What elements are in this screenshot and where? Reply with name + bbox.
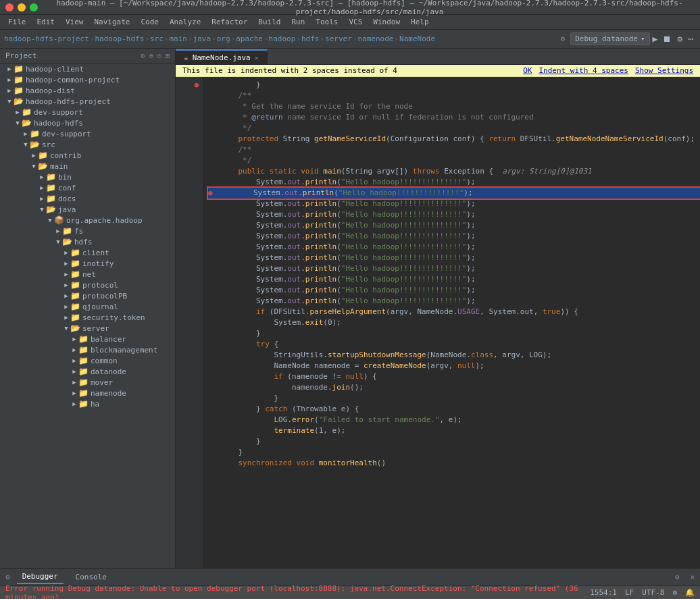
code-line: System.out.println("Hello hadoop!!!!!!!!… bbox=[208, 285, 700, 296]
menu-build[interactable]: Build bbox=[253, 16, 286, 28]
debug-marker-icon: ⚙ bbox=[561, 34, 566, 43]
debug-run-btn[interactable]: ▶ bbox=[650, 32, 661, 45]
menu-run[interactable]: Run bbox=[286, 16, 310, 28]
tree-item-java[interactable]: ▼ 📂 java bbox=[0, 204, 175, 215]
tree-item-hadoop-hdfs[interactable]: ▼ 📂 hadoop-hdfs bbox=[0, 118, 175, 128]
breadcrumb-project[interactable]: hadoop-hdfs-project bbox=[4, 34, 89, 43]
tree-item-balancer[interactable]: ▶ 📁 balancer bbox=[0, 334, 175, 344]
tree-item-fs[interactable]: ▶ 📁 fs bbox=[0, 226, 175, 236]
tree-item-net[interactable]: ▶ 📁 net bbox=[0, 269, 175, 280]
breadcrumb-java[interactable]: java bbox=[193, 34, 211, 43]
tree-item-org-apache[interactable]: ▼ 📦 org.apache.hadoop bbox=[0, 215, 175, 226]
code-line: System.out.println("Hello hadoop!!!!!!!!… bbox=[208, 263, 700, 274]
tree-item-client[interactable]: ▶ 📁 client bbox=[0, 247, 175, 258]
tree-item-conf[interactable]: ▶ 📁 conf bbox=[0, 182, 175, 193]
folder-icon: 📁 bbox=[70, 269, 80, 279]
menu-refactor[interactable]: Refactor bbox=[206, 16, 253, 28]
package-icon: 📦 bbox=[54, 215, 64, 225]
breadcrumb-module[interactable]: hadoop-hdfs bbox=[95, 34, 144, 43]
breadcrumb-namenode[interactable]: namenode bbox=[357, 34, 393, 43]
breadcrumb-org[interactable]: org bbox=[217, 34, 230, 43]
status-position: 1554:1 bbox=[590, 588, 617, 597]
debug-config[interactable]: Debug datanode ▾ bbox=[570, 32, 649, 45]
menu-analyze[interactable]: Analyze bbox=[164, 16, 206, 28]
folder-open-icon: 📂 bbox=[22, 118, 32, 128]
breadcrumb-src[interactable]: src bbox=[150, 34, 164, 43]
notification-indent[interactable]: Indent with 4 spaces bbox=[539, 66, 628, 75]
menu-file[interactable]: File bbox=[3, 16, 32, 28]
debug-panel-settings[interactable]: ⚙ bbox=[675, 573, 680, 581]
titlebar: hadoop-main – [~/Workspace/java/hadoop-2… bbox=[0, 0, 700, 15]
tree-item-dev-support-1[interactable]: ▶ 📁 dev-support bbox=[0, 107, 175, 118]
breadcrumb-apache[interactable]: apache bbox=[236, 34, 263, 43]
breadcrumb-hadoop[interactable]: hadoop bbox=[269, 34, 296, 43]
breadcrumb-class[interactable]: NameNode bbox=[399, 34, 435, 43]
status-right: 1554:1 LF UTF-8 ⚙ 🔔 bbox=[590, 588, 695, 597]
menu-code[interactable]: Code bbox=[135, 16, 164, 28]
debug-tab-console[interactable]: Console bbox=[70, 571, 112, 583]
tree-item-hadoop-common[interactable]: ▶ 📁 hadoop-common-project bbox=[0, 74, 175, 85]
tree-item-qjournal[interactable]: ▶ 📁 qjournal bbox=[0, 301, 175, 312]
tree-item-docs[interactable]: ▶ 📁 docs bbox=[0, 193, 175, 204]
tree-item-mover[interactable]: ▶ 📁 mover bbox=[0, 377, 175, 388]
tree-item-hdfs[interactable]: ▼ 📂 hdfs bbox=[0, 236, 175, 247]
folder-icon: 📁 bbox=[70, 313, 80, 322]
tree-item-hadoop-dist[interactable]: ▶ 📁 hadoop-dist bbox=[0, 85, 175, 96]
tree-item-ha[interactable]: ▶ 📁 ha bbox=[0, 398, 175, 409]
menu-window[interactable]: Window bbox=[368, 16, 405, 28]
menu-navigate[interactable]: Navigate bbox=[89, 16, 136, 28]
debug-stop-btn[interactable]: ⏹ bbox=[660, 32, 674, 45]
tree-item-protocol[interactable]: ▶ 📁 protocol bbox=[0, 280, 175, 290]
folder-icon: 📁 bbox=[78, 356, 89, 365]
debug-more-btn[interactable]: ⋯ bbox=[685, 32, 696, 45]
menu-view[interactable]: View bbox=[60, 16, 89, 28]
folder-open-icon: 📂 bbox=[46, 205, 56, 214]
breadcrumb-hdfs[interactable]: hdfs bbox=[301, 34, 320, 43]
tab-namenode-java[interactable]: ☕ NameNode.java ✕ bbox=[176, 49, 268, 64]
status-notifications-icon[interactable]: 🔔 bbox=[685, 588, 695, 597]
menubar: File Edit View Navigate Code Analyze Ref… bbox=[0, 15, 700, 30]
tree-item-src[interactable]: ▼ 📂 src bbox=[0, 139, 175, 150]
menu-vcs[interactable]: VCS bbox=[343, 16, 368, 28]
indent-notification: This file is indented with 2 spaces inst… bbox=[176, 65, 700, 77]
breadcrumb-toolbar: hadoop-hdfs-project › hadoop-hdfs › src … bbox=[0, 30, 700, 49]
tree-item-server[interactable]: ▼ 📂 server bbox=[0, 323, 175, 334]
code-line: System.out.println("Hello hadoop!!!!!!!!… bbox=[208, 177, 700, 188]
debug-settings-icon[interactable]: ⚙ bbox=[5, 573, 10, 581]
code-line: synchronized void monitorHealth() bbox=[208, 458, 700, 469]
breadcrumb-server[interactable]: server bbox=[325, 34, 352, 43]
notification-settings[interactable]: Show Settings bbox=[635, 66, 693, 75]
menu-tools[interactable]: Tools bbox=[310, 16, 343, 28]
tree-item-datanode[interactable]: ▶ 📁 datanode bbox=[0, 366, 175, 377]
tab-close-icon[interactable]: ✕ bbox=[255, 54, 259, 61]
status-settings-icon[interactable]: ⚙ bbox=[672, 588, 677, 597]
breadcrumb-main[interactable]: main bbox=[169, 34, 187, 43]
maximize-button[interactable] bbox=[30, 3, 38, 11]
debug-tab-debugger[interactable]: Debugger bbox=[17, 570, 64, 584]
tree-item-protocolpb[interactable]: ▶ 📁 protocolPB bbox=[0, 290, 175, 301]
tree-item-inotify[interactable]: ▶ 📁 inotify bbox=[0, 258, 175, 269]
sidebar-header: Project ⚙ ⊕ ⊝ ⊞ bbox=[0, 49, 175, 63]
tree-item-contrib[interactable]: ▶ 📁 contrib bbox=[0, 150, 175, 161]
folder-open-icon: 📂 bbox=[14, 97, 24, 106]
tree-item-hadoop-client[interactable]: ▶ 📁 hadoop-client bbox=[0, 63, 175, 74]
debug-settings-btn[interactable]: ⚙ bbox=[674, 32, 685, 45]
tree-item-main[interactable]: ▼ 📂 main bbox=[0, 161, 175, 172]
close-button[interactable] bbox=[5, 3, 14, 11]
window-controls[interactable] bbox=[5, 3, 38, 11]
tree-item-security-token[interactable]: ▶ 📁 security.token bbox=[0, 312, 175, 323]
menu-edit[interactable]: Edit bbox=[32, 16, 61, 28]
tree-item-blockmanagement[interactable]: ▶ 📁 blockmanagement bbox=[0, 344, 175, 355]
tree-item-hadoop-hdfs-project[interactable]: ▼ 📂 hadoop-hdfs-project bbox=[0, 96, 175, 107]
tree-item-common[interactable]: ▶ 📁 common bbox=[0, 355, 175, 366]
debug-panel-close[interactable]: ✕ bbox=[690, 573, 695, 581]
code-editor[interactable]: ● bbox=[176, 77, 700, 568]
menu-help[interactable]: Help bbox=[405, 16, 434, 28]
folder-icon: 📁 bbox=[70, 291, 80, 301]
tree-item-bin[interactable]: ▶ 📁 bin bbox=[0, 172, 175, 182]
folder-icon: 📁 bbox=[14, 75, 24, 84]
notification-ok[interactable]: OK bbox=[523, 66, 532, 75]
tree-item-namenode[interactable]: ▶ 📁 namenode bbox=[0, 388, 175, 398]
tree-item-dev-support-2[interactable]: ▶ 📁 dev-support bbox=[0, 128, 175, 139]
minimize-button[interactable] bbox=[18, 3, 26, 11]
